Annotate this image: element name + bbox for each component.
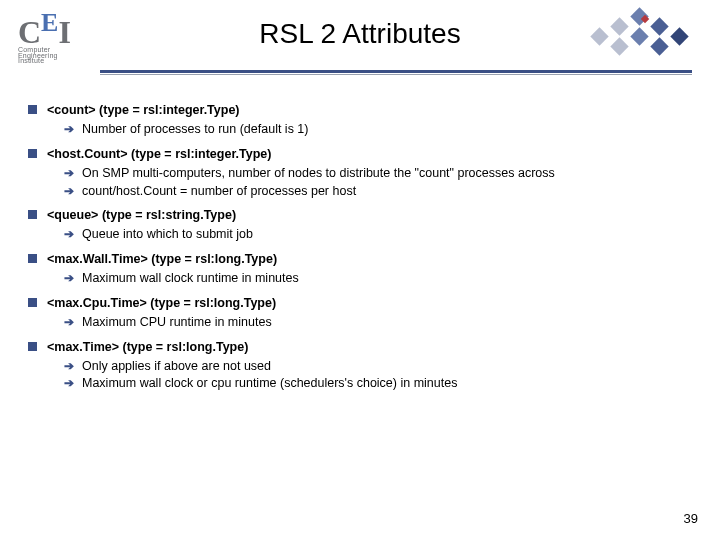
slide-title: RSL 2 Attributes (0, 18, 720, 50)
sub-bullet: ➔Maximum wall clock runtime in minutes (64, 270, 692, 287)
sub-text: Maximum CPU runtime in minutes (82, 314, 692, 331)
arrow-icon: ➔ (64, 358, 74, 375)
sub-text: Maximum wall clock runtime in minutes (82, 270, 692, 287)
square-bullet-icon (28, 298, 37, 307)
arrow-icon: ➔ (64, 314, 74, 331)
bullet-item: <max.Cpu.Time> (type = rsl:long.Type) ➔M… (28, 295, 692, 331)
sub-text: count/host.Count = number of processes p… (82, 183, 692, 200)
sub-bullet: ➔count/host.Count = number of processes … (64, 183, 692, 200)
sub-bullet: ➔Maximum wall clock or cpu runtime (sche… (64, 375, 692, 392)
arrow-icon: ➔ (64, 375, 74, 392)
bullet-title: <max.Wall.Time> (type = rsl:long.Type) (47, 251, 277, 268)
title-underline (100, 70, 692, 75)
bullet-item: <queue> (type = rsl:string.Type) ➔Queue … (28, 207, 692, 243)
arrow-icon: ➔ (64, 226, 74, 243)
square-bullet-icon (28, 254, 37, 263)
square-bullet-icon (28, 105, 37, 114)
arrow-icon: ➔ (64, 121, 74, 138)
sub-bullet: ➔Only applies if above are not used (64, 358, 692, 375)
content-body: <count> (type = rsl:integer.Type) ➔Numbe… (28, 102, 692, 400)
sub-bullet: ➔Queue into which to submit job (64, 226, 692, 243)
arrow-icon: ➔ (64, 183, 74, 200)
sub-text: On SMP multi-computers, number of nodes … (82, 165, 692, 182)
page-number: 39 (684, 511, 698, 526)
square-bullet-icon (28, 342, 37, 351)
sub-bullet: ➔On SMP multi-computers, number of nodes… (64, 165, 692, 182)
sub-bullet: ➔Number of processes to run (default is … (64, 121, 692, 138)
sub-text: Only applies if above are not used (82, 358, 692, 375)
bullet-item: <max.Time> (type = rsl:long.Type) ➔Only … (28, 339, 692, 393)
bullet-title: <max.Time> (type = rsl:long.Type) (47, 339, 248, 356)
bullet-item: <host.Count> (type = rsl:integer.Type) ➔… (28, 146, 692, 200)
square-bullet-icon (28, 210, 37, 219)
arrow-icon: ➔ (64, 165, 74, 182)
arrow-icon: ➔ (64, 270, 74, 287)
bullet-item: <max.Wall.Time> (type = rsl:long.Type) ➔… (28, 251, 692, 287)
bullet-item: <count> (type = rsl:integer.Type) ➔Numbe… (28, 102, 692, 138)
bullet-title: <queue> (type = rsl:string.Type) (47, 207, 236, 224)
bullet-title: <host.Count> (type = rsl:integer.Type) (47, 146, 271, 163)
square-bullet-icon (28, 149, 37, 158)
sub-text: Maximum wall clock or cpu runtime (sched… (82, 375, 692, 392)
bullet-title: <count> (type = rsl:integer.Type) (47, 102, 240, 119)
bullet-title: <max.Cpu.Time> (type = rsl:long.Type) (47, 295, 276, 312)
sub-text: Queue into which to submit job (82, 226, 692, 243)
sub-bullet: ➔Maximum CPU runtime in minutes (64, 314, 692, 331)
sub-text: Number of processes to run (default is 1… (82, 121, 692, 138)
